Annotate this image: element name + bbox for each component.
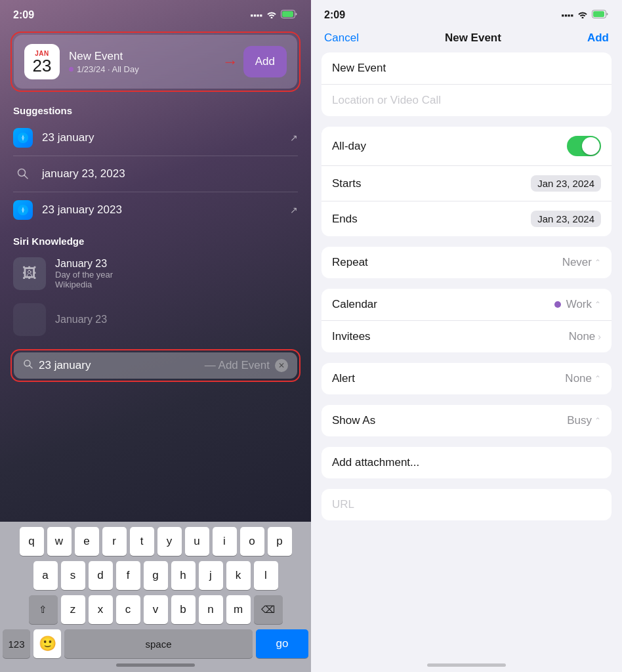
allday-row: All-day xyxy=(321,127,612,166)
key-y[interactable]: y xyxy=(157,527,182,556)
nav-title: New Event xyxy=(445,32,501,45)
calendar-value-text: Work xyxy=(566,298,592,311)
location-field[interactable]: Location or Video Call xyxy=(321,85,612,116)
key-u[interactable]: u xyxy=(185,527,209,556)
alert-value: None ⌃ xyxy=(565,372,601,385)
alert-label: Alert xyxy=(332,372,355,385)
right-status-right: ▪▪▪▪ xyxy=(562,9,609,21)
key-backspace[interactable]: ⌫ xyxy=(254,595,283,624)
allday-toggle[interactable] xyxy=(567,136,601,156)
repeat-row[interactable]: Repeat Never ⌃ xyxy=(321,247,612,278)
cal-day: 23 xyxy=(33,57,52,74)
event-card: JAN 23 New Event 1/23/24 · All Day → Add xyxy=(14,35,297,89)
show-as-row[interactable]: Show As Busy ⌃ xyxy=(321,405,612,436)
starts-label: Starts xyxy=(332,177,361,190)
add-button-right[interactable]: Add xyxy=(587,32,609,45)
key-e[interactable]: e xyxy=(75,527,99,556)
suggestions-label: Suggestions xyxy=(0,97,311,120)
keyboard-row-4: 123 🙂 space go xyxy=(3,629,308,658)
key-go[interactable]: go xyxy=(256,629,308,658)
left-status-bar: 2:09 ▪▪▪▪ xyxy=(0,0,311,26)
keyboard: q w e r t y u i o p a s d f g h j k l ⇧ … xyxy=(0,522,311,672)
calendar-chevron-icon: ⌃ xyxy=(594,300,601,309)
dot-purple xyxy=(69,67,73,72)
key-t[interactable]: t xyxy=(130,527,154,556)
key-space[interactable]: space xyxy=(64,629,253,658)
left-panel: 2:09 ▪▪▪▪ JAN 23 xyxy=(0,0,311,672)
suggestion-text-3: 23 january 2023 xyxy=(42,203,281,217)
search-bar-icon xyxy=(23,359,33,372)
ends-row[interactable]: Ends Jan 23, 2024 xyxy=(321,201,612,236)
key-p[interactable]: p xyxy=(268,527,292,556)
cancel-button[interactable]: Cancel xyxy=(324,32,359,45)
title-location-section: Location or Video Call xyxy=(321,52,612,116)
alert-row[interactable]: Alert None ⌃ xyxy=(321,363,612,394)
show-as-section: Show As Busy ⌃ xyxy=(321,405,612,436)
safari-icon-1 xyxy=(13,128,33,148)
suggestion-item-2[interactable]: january 23, 2023 xyxy=(0,156,311,192)
search-bar-wrapper: 23 january — Add Event ✕ xyxy=(10,349,301,382)
key-w[interactable]: w xyxy=(47,527,72,556)
key-i[interactable]: i xyxy=(213,527,237,556)
key-x[interactable]: x xyxy=(89,595,113,624)
repeat-section: Repeat Never ⌃ xyxy=(321,247,612,278)
key-f[interactable]: f xyxy=(116,561,140,590)
event-title-field[interactable] xyxy=(321,52,612,85)
event-title-input[interactable] xyxy=(332,62,601,75)
key-m[interactable]: m xyxy=(226,595,251,624)
search-clear-button[interactable]: ✕ xyxy=(275,359,288,372)
svg-rect-9 xyxy=(593,11,604,17)
siri-item[interactable]: 🖼 January 23 Day of the year Wikipedia xyxy=(0,251,311,297)
starts-row[interactable]: Starts Jan 23, 2024 xyxy=(321,166,612,201)
event-subtitle-text: 1/23/24 · All Day xyxy=(77,64,139,74)
key-j[interactable]: j xyxy=(199,561,223,590)
key-c[interactable]: c xyxy=(116,595,140,624)
calendar-section: Calendar Work ⌃ Invitees None › xyxy=(321,289,612,352)
invitees-row[interactable]: Invitees None › xyxy=(321,321,612,352)
url-field[interactable]: URL xyxy=(321,489,612,520)
show-as-chevron-icon: ⌃ xyxy=(594,416,601,425)
key-v[interactable]: v xyxy=(144,595,168,624)
add-button-left[interactable]: Add xyxy=(243,46,287,77)
calendar-row[interactable]: Calendar Work ⌃ xyxy=(321,289,612,321)
allday-label: All-day xyxy=(332,140,366,153)
partial-text: January 23 xyxy=(55,314,107,326)
search-bar[interactable]: 23 january — Add Event ✕ xyxy=(14,352,297,379)
key-s[interactable]: s xyxy=(61,561,85,590)
search-icon-1 xyxy=(13,164,33,184)
starts-date-chip[interactable]: Jan 23, 2024 xyxy=(531,175,601,192)
external-link-icon-1: ↗ xyxy=(290,133,298,143)
right-wifi-icon xyxy=(577,9,588,21)
invitees-label: Invitees xyxy=(332,330,371,343)
ends-date-chip[interactable]: Jan 23, 2024 xyxy=(531,211,601,227)
key-shift[interactable]: ⇧ xyxy=(29,595,58,624)
key-g[interactable]: g xyxy=(144,561,168,590)
partial-image xyxy=(13,303,46,336)
svg-line-4 xyxy=(24,175,28,178)
key-a[interactable]: a xyxy=(33,561,58,590)
external-link-icon-3: ↗ xyxy=(290,205,298,215)
key-emoji[interactable]: 🙂 xyxy=(33,629,61,658)
key-o[interactable]: o xyxy=(240,527,264,556)
key-n[interactable]: n xyxy=(199,595,223,624)
right-signal-icon: ▪▪▪▪ xyxy=(562,10,573,20)
key-d[interactable]: d xyxy=(89,561,113,590)
suggestion-text-2: january 23, 2023 xyxy=(42,167,298,180)
show-as-value-text: Busy xyxy=(567,414,592,427)
key-b[interactable]: b xyxy=(171,595,196,624)
alert-chevron-icon: ⌃ xyxy=(594,374,601,383)
key-k[interactable]: k xyxy=(226,561,251,590)
calendar-value: Work ⌃ xyxy=(554,298,601,311)
wifi-icon xyxy=(266,9,277,21)
suggestion-item-3[interactable]: 23 january 2023 ↗ xyxy=(0,192,311,228)
key-l[interactable]: l xyxy=(254,561,278,590)
key-z[interactable]: z xyxy=(61,595,85,624)
suggestion-item-1[interactable]: 23 january ↗ xyxy=(0,120,311,156)
key-123[interactable]: 123 xyxy=(3,629,30,658)
key-q[interactable]: q xyxy=(20,527,44,556)
add-attachment-row[interactable]: Add attachment... xyxy=(321,447,612,478)
key-r[interactable]: r xyxy=(102,527,127,556)
key-h[interactable]: h xyxy=(171,561,196,590)
siri-image: 🖼 xyxy=(13,257,46,290)
siri-knowledge-label: Siri Knowledge xyxy=(0,228,311,251)
